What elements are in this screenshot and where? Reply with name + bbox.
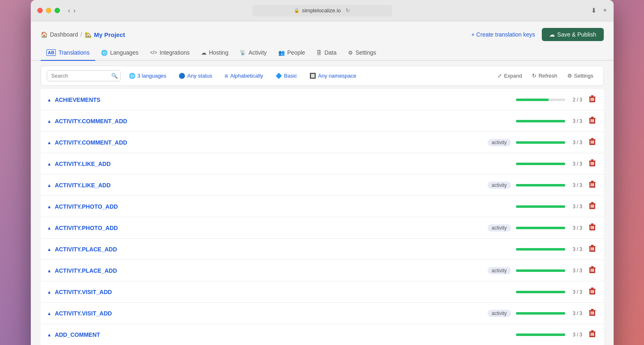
- progress-fill: [516, 227, 565, 229]
- expand-button[interactable]: ⤢ Expand: [493, 71, 526, 81]
- namespace-badge: activity: [488, 267, 511, 274]
- expand-icon: ⤢: [497, 73, 502, 79]
- table-row[interactable]: ▲ ACTIVITY.COMMENT_ADD 3 / 3: [41, 110, 604, 132]
- main-content: 🏠 Dashboard / 🏡 My Project + Create tran…: [31, 21, 614, 345]
- table-row[interactable]: ▲ ACTIVITY.PHOTO_ADD 3 / 3: [41, 196, 604, 217]
- lock-icon: 🔒: [294, 8, 300, 13]
- tier-filter-button[interactable]: 🔷 Basic: [271, 71, 301, 81]
- svg-rect-1: [589, 97, 596, 97]
- svg-rect-69: [591, 333, 591, 336]
- tab-settings[interactable]: ⚙ Settings: [342, 46, 382, 61]
- progress-label: 3 / 3: [570, 310, 582, 316]
- delete-button[interactable]: [587, 116, 597, 126]
- table-row[interactable]: ▲ ACTIVITY.PLACE_ADD activity 3 / 3: [41, 260, 604, 281]
- tab-activity[interactable]: 📡 Activity: [234, 46, 272, 61]
- languages-filter-button[interactable]: 🌐 3 languages: [125, 71, 171, 81]
- delete-button[interactable]: [587, 287, 597, 297]
- table-row[interactable]: ▲ ACTIVITY.VISIT_ADD 3 / 3: [41, 281, 604, 303]
- languages-filter-label: 3 languages: [138, 73, 167, 79]
- svg-rect-5: [593, 98, 594, 101]
- progress-fill: [516, 312, 565, 315]
- tab-hosting[interactable]: ☁ Hosting: [195, 46, 234, 61]
- namespace-filter-button[interactable]: 🔲 Any namespace: [305, 71, 360, 81]
- svg-rect-39: [591, 226, 591, 229]
- delete-button[interactable]: [587, 244, 597, 255]
- item-right: activity 3 / 3: [488, 137, 597, 148]
- table-row[interactable]: ▲ ADD_COMMENT 3 / 3: [41, 324, 604, 345]
- progress-label: 3 / 3: [570, 268, 582, 274]
- settings-icon: ⚙: [567, 73, 572, 79]
- minimize-button[interactable]: [46, 8, 51, 13]
- svg-rect-40: [592, 226, 593, 229]
- translation-key: ACTIVITY.PHOTO_ADD: [55, 203, 516, 210]
- trash-icon: [589, 117, 596, 124]
- back-button[interactable]: ‹: [68, 7, 70, 14]
- topbar: 🏠 Dashboard / 🏡 My Project + Create tran…: [31, 21, 614, 41]
- progress-bar: [516, 227, 565, 229]
- table-row[interactable]: ▲ ACTIVITY.PLACE_ADD 3 / 3: [41, 239, 604, 260]
- breadcrumb-home[interactable]: Dashboard: [50, 31, 78, 38]
- progress-fill: [516, 205, 565, 208]
- svg-rect-61: [589, 310, 596, 311]
- tab-translations[interactable]: AB Translations: [41, 46, 96, 61]
- svg-rect-53: [593, 269, 594, 272]
- progress-bar: [516, 291, 565, 293]
- maximize-button[interactable]: [55, 8, 60, 13]
- tab-integrations[interactable]: </> Integrations: [144, 46, 195, 61]
- delete-button[interactable]: [587, 94, 597, 105]
- svg-rect-59: [593, 290, 594, 293]
- tab-activity-label: Activity: [248, 49, 266, 56]
- reload-icon[interactable]: ↻: [346, 7, 350, 14]
- tab-settings-label: Settings: [355, 49, 376, 56]
- add-tab-icon[interactable]: +: [603, 7, 607, 14]
- chevron-icon: ▲: [47, 332, 52, 337]
- tab-languages[interactable]: 🌐 Languages: [95, 46, 144, 61]
- table-row[interactable]: ▲ ACTIVITY.COMMENT_ADD activity 3 / 3: [41, 132, 604, 153]
- progress-label: 3 / 3: [570, 289, 582, 295]
- create-keys-button[interactable]: + Create translation keys: [471, 31, 535, 38]
- svg-rect-70: [592, 333, 593, 336]
- progress-bar: [516, 205, 565, 208]
- table-row[interactable]: ▲ ACTIVITY.LIKE_ADD activity 3 / 3: [41, 175, 604, 196]
- breadcrumb-project[interactable]: My Project: [94, 31, 125, 38]
- delete-button[interactable]: [587, 137, 597, 148]
- item-right: 3 / 3: [516, 159, 597, 169]
- tab-people[interactable]: 👥 People: [273, 46, 311, 61]
- table-row[interactable]: ▲ ACTIVITY.LIKE_ADD 3 / 3: [41, 153, 604, 175]
- sort-filter-icon: ≡: [225, 72, 228, 79]
- delete-button[interactable]: [587, 159, 597, 169]
- item-right: 2 / 3: [516, 94, 597, 105]
- svg-rect-45: [591, 247, 591, 251]
- delete-button[interactable]: [587, 201, 597, 212]
- chevron-icon: ▲: [47, 161, 52, 166]
- delete-button[interactable]: [587, 308, 597, 319]
- translation-key: ADD_COMMENT: [55, 331, 516, 338]
- svg-rect-11: [593, 119, 594, 122]
- forward-button[interactable]: ›: [73, 7, 76, 14]
- delete-button[interactable]: [587, 329, 597, 340]
- status-filter-button[interactable]: 🔵 Any status: [174, 71, 216, 81]
- settings-button[interactable]: ⚙ Settings: [563, 71, 598, 81]
- item-right: activity 3 / 3: [488, 223, 597, 233]
- table-row[interactable]: ▲ ACHIEVEMENTS 2 / 3: [41, 89, 604, 110]
- svg-rect-71: [593, 333, 594, 336]
- delete-button[interactable]: [587, 265, 597, 276]
- progress-bar: [516, 334, 565, 336]
- progress-label: 3 / 3: [570, 204, 582, 209]
- progress-bar: [516, 120, 565, 122]
- refresh-button[interactable]: ↻ Refresh: [528, 71, 561, 81]
- chevron-icon: ▲: [47, 140, 52, 145]
- tab-languages-label: Languages: [110, 49, 138, 56]
- tab-data[interactable]: 🗄 Data: [311, 46, 342, 61]
- download-icon[interactable]: ⬇: [591, 7, 596, 14]
- delete-button[interactable]: [587, 180, 597, 191]
- table-row[interactable]: ▲ ACTIVITY.PHOTO_ADD activity 3 / 3: [41, 217, 604, 239]
- close-button[interactable]: [37, 8, 43, 13]
- table-row[interactable]: ▲ ACTIVITY.VISIT_ADD activity 3 / 3: [41, 303, 604, 324]
- save-publish-button[interactable]: ☁ Save & Publish: [542, 28, 604, 41]
- delete-button[interactable]: [587, 223, 597, 233]
- url-bar[interactable]: 🔒 simplelocalize.io ↻: [252, 5, 392, 16]
- sort-filter-button[interactable]: ≡ Alphabetically: [220, 70, 267, 81]
- search-input[interactable]: [51, 73, 109, 79]
- search-box[interactable]: 🔍: [47, 70, 121, 81]
